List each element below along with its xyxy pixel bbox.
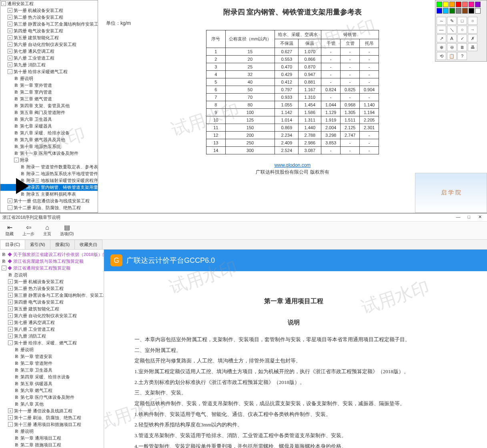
tab[interactable]: 收藏夹(I) — [74, 240, 102, 249]
tree-item[interactable]: +第九册 消防工程 — [1, 333, 103, 340]
tool-button[interactable]: ⊖ — [447, 43, 457, 51]
tree-item[interactable]: +第八册 工业管道工程 — [0, 55, 98, 62]
tree-item[interactable]: 🖹第二章 室内管道 — [0, 89, 98, 96]
expand-icon[interactable]: + — [8, 279, 13, 284]
expand-icon[interactable]: - — [8, 205, 12, 210]
tool-button[interactable]: A — [447, 34, 457, 42]
play-icon[interactable] — [16, 178, 29, 194]
tree-item[interactable]: 🖹第一章 管道安装 — [1, 353, 103, 360]
color-swatch[interactable] — [456, 2, 461, 7]
tool-button[interactable]: 🗎 — [457, 43, 467, 51]
expand-icon[interactable]: + — [8, 62, 12, 67]
tool-button[interactable]: — — [437, 26, 446, 34]
tree-item[interactable]: +第三册 静置设备与工艺金属结构制作、安装工程 — [1, 292, 103, 299]
tool-button[interactable]: ↗ — [437, 34, 446, 42]
tool-button[interactable]: → — [468, 26, 477, 34]
bottom-tree[interactable]: 🖹◆ 关于颁发浙江省建设工程计价依据（2018版）的通知🖹◆ 浙江省房屋建筑与装… — [0, 250, 104, 448]
tree-item[interactable]: +第十一册 信息通信设备与线缆安装工程 — [0, 198, 98, 204]
tree-item[interactable]: 🖹册说明 — [0, 75, 98, 82]
expand-icon[interactable]: + — [8, 408, 13, 413]
tool-button[interactable]: 🖶 — [468, 43, 477, 51]
toolbar-button[interactable]: ⌂主页 — [41, 223, 54, 238]
tree-item[interactable]: 🖹第八章 其他 — [1, 401, 103, 408]
tree-item[interactable]: 🖹附录二 地源热泵系统水平地埋管管件参考表 — [0, 170, 98, 177]
tree-item[interactable]: -第十二册 刷油、防腐蚀、绝热工程 — [0, 204, 98, 211]
expand-icon[interactable]: - — [8, 69, 12, 74]
tree-item[interactable]: 🖹◆ 关于颁发浙江省建设工程计价依据（2018版）的通知 — [1, 251, 103, 258]
toolbar-button[interactable]: ▤选项(O) — [58, 223, 76, 238]
expand-icon[interactable]: + — [8, 300, 13, 304]
expand-icon[interactable]: + — [8, 334, 13, 338]
tool-button[interactable]: ○ — [457, 26, 467, 34]
tree-item[interactable]: 🖹第八章 采暖、给排水设备 — [0, 130, 98, 136]
color-swatch[interactable] — [462, 2, 468, 7]
tree-item[interactable]: +第三册 静置设备与工艺金属结构制作安装工程 — [0, 21, 98, 28]
tree-item[interactable]: +第五册 建筑智能化工程 — [1, 306, 103, 312]
expand-icon[interactable]: - — [14, 158, 19, 162]
tree-item[interactable]: 🖹第二章 措施项目工程 — [1, 442, 103, 448]
tree-item[interactable]: 🖹第二章 管道附件 — [1, 360, 103, 367]
tree-item[interactable]: 🖹第九章 燃气器具及其他 — [0, 136, 98, 143]
tool-button[interactable]: ⟲ — [437, 52, 446, 60]
expand-icon[interactable]: + — [8, 286, 13, 291]
tree-item[interactable]: 🖹附录五 主要材料损耗率表 — [0, 191, 98, 198]
color-swatch[interactable] — [475, 8, 481, 14]
color-swatch[interactable] — [443, 2, 449, 7]
color-swatch[interactable] — [449, 8, 455, 14]
tree-item[interactable]: +第六册 自动化控制仪表安装工程 — [1, 312, 103, 319]
tree-item[interactable]: -通用安装工程 — [0, 0, 98, 7]
tree-item[interactable]: +第五册 建筑智能化工程 — [0, 34, 98, 41]
expand-icon[interactable]: + — [8, 56, 12, 60]
tree-item[interactable]: +第十二册 刷油、防腐蚀、绝热工程 — [1, 414, 103, 421]
tree-item[interactable]: +第一册 机械设备安装工程 — [0, 7, 98, 14]
tree-item[interactable]: 🖹第一章 室外管道 — [0, 82, 98, 89]
tool-button[interactable]: ○ — [468, 17, 477, 25]
tool-button[interactable]: ⊕ — [437, 43, 446, 51]
expand-icon[interactable]: + — [8, 8, 12, 13]
tab[interactable]: 目录(C) — [0, 240, 25, 249]
expand-icon[interactable]: + — [8, 327, 13, 332]
minimize-button[interactable]: — — [453, 214, 463, 219]
tool-button[interactable]: ✓ — [457, 34, 467, 42]
tree-item[interactable]: +第六册 自动化控制仪表安装工程 — [0, 41, 98, 48]
tree-item[interactable]: 🖹第七章 采暖器具 — [0, 123, 98, 130]
tree-item[interactable]: +第四册 电气设备安装工程 — [1, 299, 103, 306]
tree-item[interactable]: 🖹册说明 — [1, 346, 103, 353]
tree-item[interactable]: 🖹◆ 浙江省房屋建筑与装饰工程预算定额 — [1, 258, 103, 265]
expand-icon[interactable]: + — [8, 49, 12, 54]
tree-item[interactable]: 🖹第六章 卫生器具 — [0, 116, 98, 123]
expand-icon[interactable]: + — [8, 42, 12, 47]
maximize-button[interactable]: □ — [464, 214, 474, 219]
tree-item[interactable]: 🖹第四章 支架、套管及其他 — [0, 102, 98, 109]
color-swatch[interactable] — [475, 2, 481, 7]
expand-icon[interactable]: + — [8, 313, 13, 318]
expand-icon[interactable]: + — [8, 306, 13, 311]
expand-icon[interactable]: - — [1, 1, 6, 6]
tree-item[interactable]: -第十三册 通用项目和措施项目工程 — [1, 421, 103, 428]
color-swatch[interactable] — [462, 8, 468, 14]
tool-button[interactable]: ? — [457, 52, 467, 60]
toolbar-button[interactable]: ⇦上一步 — [20, 223, 37, 238]
expand-icon[interactable]: + — [8, 293, 13, 298]
expand-icon[interactable]: - — [2, 266, 6, 270]
tree-item[interactable]: 🖹总说明 — [1, 272, 103, 278]
footer-link[interactable]: www.glodon.com — [106, 162, 479, 168]
tree-item[interactable]: 🖹第三章 燃气管道 — [0, 96, 98, 102]
color-swatch[interactable] — [456, 8, 461, 14]
tree-item[interactable]: -◆ 浙江省通用安装工程预算定额 — [1, 265, 103, 272]
color-swatch[interactable] — [443, 8, 449, 14]
tree-item[interactable]: +第二册 热力设备安装工程 — [1, 285, 103, 292]
tree-item[interactable]: +第七册 通风空调工程 — [1, 319, 103, 326]
tree-item[interactable]: -附录 — [0, 157, 98, 164]
expand-icon[interactable]: - — [8, 340, 13, 345]
tool-button[interactable]: ✗ — [468, 34, 477, 42]
tree-item[interactable]: 🖹册说明 — [0, 211, 98, 213]
tree-item[interactable]: 🖹第六章 燃气工程 — [1, 387, 103, 394]
tab[interactable]: 搜索(S) — [50, 240, 75, 249]
expand-icon[interactable]: + — [8, 320, 13, 325]
tree-item[interactable]: 🖹第五章 阀门及管道附件 — [0, 109, 98, 116]
expand-icon[interactable]: + — [8, 35, 12, 40]
color-swatch[interactable] — [469, 8, 474, 14]
top-tree[interactable]: -通用安装工程+第一册 机械设备安装工程+第二册 热力设备安装工程+第三册 静置… — [0, 0, 98, 213]
expand-icon[interactable]: + — [8, 15, 12, 20]
